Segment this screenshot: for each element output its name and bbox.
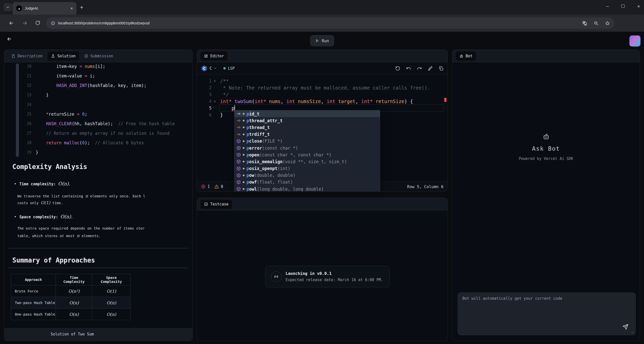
table-row: Brute ForceO(n²)O(1)	[11, 285, 131, 297]
minimize-button[interactable]: —	[607, 4, 609, 9]
tab-title: Judge4c	[25, 6, 38, 10]
suggest-item-ptrdiff_t[interactable]: ptrdiff_t	[234, 131, 380, 138]
run-button[interactable]: Run	[310, 35, 334, 46]
divider	[8, 268, 188, 268]
send-icon[interactable]	[622, 324, 628, 330]
footer-label: Solution of Two Sum	[4, 332, 140, 336]
user-avatar[interactable]	[629, 35, 640, 47]
code-line: 23 }	[4, 90, 192, 100]
browser-back-button[interactable]	[9, 20, 14, 26]
code-line: 25 *returnSize = 0;	[4, 109, 192, 119]
suggest-bullet	[243, 126, 245, 128]
testcase-panel: Testcase Launching in v0.0.1 Expected re…	[197, 198, 448, 341]
method-symbol-icon	[236, 173, 241, 178]
sidebar-tab-solution[interactable]: Solution	[48, 52, 79, 61]
copy-code-button[interactable]	[438, 66, 444, 71]
method-symbol-icon	[236, 159, 241, 164]
complexity-heading: Complexity Analysis	[12, 163, 87, 170]
suggest-label: powf(float, float)	[247, 180, 293, 185]
new-tab-button[interactable]: +	[80, 4, 83, 10]
zoom-out-icon[interactable]	[594, 21, 598, 26]
complexity-text-line: We traverse the list containing n elemen…	[17, 193, 189, 198]
address-bar[interactable]: localhost:3000/problems/cm8pjqdem0001ty8…	[46, 17, 614, 29]
scrollbar-thumb[interactable]	[16, 63, 19, 157]
translate-icon[interactable]	[582, 21, 587, 26]
suggest-bullet	[243, 154, 245, 156]
suggest-item-posix_openpt[interactable]: posix_openpt(int)	[234, 165, 380, 172]
site-info-icon[interactable]	[51, 21, 55, 25]
tab-bot[interactable]: Bot	[456, 52, 476, 61]
resize-grip-icon[interactable]	[630, 330, 633, 333]
run-button-label: Run	[322, 38, 329, 43]
bot-message-input[interactable]	[462, 296, 631, 331]
format-code-button[interactable]	[428, 66, 433, 71]
sidebar-tab-submission[interactable]: Submission	[81, 52, 117, 61]
suggest-item-powl[interactable]: powl(long double, long double)	[234, 186, 380, 192]
tab-label: Solution	[57, 54, 75, 58]
complexity-item: •Space complexity: O(n).	[14, 214, 189, 219]
chevron-down-icon	[6, 5, 10, 9]
suggest-label: pthread_attr_t	[247, 118, 283, 123]
lsp-label: LSP	[228, 66, 235, 71]
editor-code-line: 1∨/**	[197, 77, 448, 84]
redo-button[interactable]	[417, 66, 422, 71]
browser-forward-button[interactable]	[22, 20, 28, 26]
suggest-item-perror[interactable]: perror(const char *)	[234, 145, 380, 151]
bot-input-container	[458, 292, 636, 335]
suggest-bullet	[243, 161, 245, 162]
method-symbol-icon	[236, 146, 241, 150]
language-label: C	[210, 66, 212, 71]
code-line: 29}	[4, 148, 192, 157]
tab-label: Description	[18, 54, 43, 58]
checkbox-icon	[204, 202, 208, 206]
app-back-button[interactable]	[7, 36, 12, 42]
suggest-item-pthread_t[interactable]: pthread_t	[234, 124, 380, 131]
editor-toolbar: C C LSP	[197, 62, 448, 74]
warnings-icon	[214, 184, 219, 189]
suggest-label: pthread_t	[247, 125, 270, 130]
edit-icon	[204, 54, 208, 58]
editor-panel: Editor C C LSP 1∨/**2 * Note: The return…	[197, 50, 448, 192]
error-count: 1	[208, 184, 210, 189]
reset-code-button[interactable]	[395, 66, 400, 71]
suggest-bullet	[243, 188, 245, 190]
tab-close-icon[interactable]: ×	[70, 6, 73, 11]
suggest-item-posix_memalign[interactable]: posix_memalign(void **, size_t, size_t)	[234, 158, 380, 165]
tab-search-button[interactable]	[4, 3, 12, 11]
suggest-item-powf[interactable]: powf(float, float)	[234, 179, 380, 186]
browser-reload-button[interactable]	[35, 20, 40, 25]
suggest-item-popen[interactable]: popen(const char *, const char *)	[234, 151, 380, 158]
sidebar-tab-description[interactable]: Description	[8, 52, 46, 61]
tab-testcase[interactable]: Testcase	[200, 200, 232, 209]
bot-panel: Bot Ask Bot Powered by Vercel Ai SDK	[452, 50, 640, 341]
interface-symbol-icon	[236, 132, 241, 137]
editor-tab-label: Editor	[210, 54, 224, 58]
divider	[8, 248, 188, 248]
editor-code-line: 4∨int* twoSum(int* nums, int numsSize, i…	[197, 98, 448, 105]
undo-button[interactable]	[406, 66, 411, 71]
maximize-button[interactable]	[621, 5, 625, 8]
method-symbol-icon	[236, 166, 241, 171]
suggest-item-pow[interactable]: pow(double, double)	[234, 172, 380, 179]
code-line: 20 item→key = nums[i];	[4, 62, 192, 71]
language-select-chevron-icon[interactable]	[214, 67, 217, 70]
file-icon	[11, 54, 15, 58]
editor-code-line: 3 */	[197, 91, 448, 98]
close-window-button[interactable]: ×	[637, 4, 640, 9]
browser-tab[interactable]: ▲ Judge4c ×	[13, 2, 76, 15]
suggest-bullet	[243, 181, 245, 183]
suggest-item-pthread_attr_t[interactable]: pthread_attr_t	[234, 117, 380, 124]
code-line: 26 HASH_CLEAR(hh, hashTable); // Free th…	[4, 119, 192, 128]
browser-tabstrip: ▲ Judge4c × + — ×	[0, 0, 644, 15]
complexity-text-line: table, which stores at most n elements.	[17, 233, 189, 238]
launch-toast: Launching in v0.0.1 Expected release dat…	[265, 266, 390, 287]
bookmark-star-icon[interactable]	[605, 21, 610, 26]
suggest-bullet	[243, 168, 245, 169]
bot-icon	[459, 54, 463, 58]
tab-editor[interactable]: Editor	[200, 52, 227, 61]
suggest-item-pid_t[interactable]: pid_t	[234, 110, 380, 117]
approaches-table: ApproachTime ComplexitySpace Complexity …	[11, 274, 131, 320]
warning-count: 0	[221, 184, 223, 189]
testcase-tab-label: Testcase	[210, 202, 228, 206]
suggest-item-pclose[interactable]: pclose(FILE *)	[234, 138, 380, 145]
